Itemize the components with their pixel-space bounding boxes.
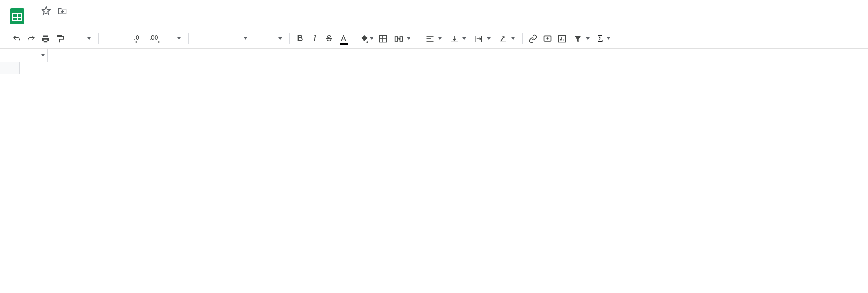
- chevron-down-icon: [462, 37, 466, 40]
- insert-chart-button[interactable]: [555, 32, 569, 46]
- strikethrough-button[interactable]: S: [322, 32, 336, 46]
- chevron-down-icon: [87, 37, 91, 40]
- toolbar-separator: [71, 33, 71, 44]
- currency-button[interactable]: [102, 32, 116, 46]
- toolbar-separator: [418, 33, 418, 44]
- chevron-down-icon: [487, 37, 491, 40]
- chevron-down-icon: [438, 37, 442, 40]
- chevron-down-icon: [41, 54, 45, 56]
- move-to-folder-icon[interactable]: [57, 5, 68, 16]
- sheets-logo-icon[interactable]: [8, 7, 26, 25]
- print-button[interactable]: [39, 32, 52, 46]
- chevron-down-icon: [586, 37, 590, 40]
- app-header: [0, 0, 868, 29]
- document-title[interactable]: [30, 10, 35, 12]
- merge-cells-dropdown[interactable]: [391, 34, 414, 43]
- title-row: [30, 5, 68, 16]
- decrease-decimal-button[interactable]: .0: [131, 32, 146, 46]
- percent-button[interactable]: [117, 32, 130, 46]
- chevron-down-icon: [407, 37, 410, 40]
- increase-decimal-button[interactable]: .00: [146, 32, 164, 46]
- italic-button[interactable]: I: [308, 32, 321, 46]
- svg-text:.0: .0: [134, 34, 139, 41]
- redo-button[interactable]: [24, 32, 38, 46]
- toolbar-separator: [255, 33, 255, 44]
- fill-color-button[interactable]: [358, 32, 375, 46]
- borders-button[interactable]: [376, 32, 390, 46]
- toolbar-separator: [522, 33, 523, 44]
- svg-rect-10: [395, 37, 398, 41]
- text-wrap-dropdown[interactable]: [471, 34, 494, 43]
- toolbar-separator: [289, 33, 290, 44]
- column-headers: [0, 62, 868, 74]
- text-color-button[interactable]: A: [337, 32, 350, 46]
- toolbar-separator: [188, 33, 189, 44]
- text-rotation-dropdown[interactable]: [495, 34, 519, 43]
- svg-marker-4: [42, 7, 50, 14]
- chevron-down-icon: [278, 37, 282, 40]
- undo-button[interactable]: [10, 32, 24, 46]
- bold-button[interactable]: B: [293, 32, 307, 46]
- svg-text:.00: .00: [149, 34, 158, 41]
- chevron-down-icon: [244, 37, 247, 40]
- name-box[interactable]: [0, 49, 48, 62]
- spreadsheet-grid[interactable]: [0, 62, 868, 74]
- toolbar-separator: [354, 33, 354, 44]
- star-icon[interactable]: [41, 5, 52, 16]
- insert-link-button[interactable]: [526, 32, 540, 46]
- toolbar: .0 .00 B I S A Σ: [0, 29, 868, 49]
- formula-input[interactable]: [61, 49, 868, 62]
- select-all-corner[interactable]: [0, 62, 20, 74]
- insert-comment-button[interactable]: [541, 32, 554, 46]
- font-size-dropdown[interactable]: [259, 37, 286, 40]
- chevron-down-icon: [370, 37, 373, 40]
- functions-dropdown[interactable]: Σ: [594, 33, 614, 44]
- chevron-down-icon: [607, 37, 610, 40]
- toolbar-separator: [98, 33, 99, 44]
- font-family-dropdown[interactable]: [192, 37, 251, 40]
- horizontal-align-dropdown[interactable]: [422, 34, 445, 43]
- title-area: [30, 4, 68, 18]
- vertical-align-dropdown[interactable]: [446, 34, 470, 43]
- paint-format-button[interactable]: [53, 32, 67, 46]
- number-format-dropdown[interactable]: [165, 37, 184, 40]
- chevron-down-icon: [177, 37, 181, 40]
- formula-bar: [0, 49, 868, 62]
- chevron-down-icon: [511, 37, 515, 40]
- filter-dropdown[interactable]: [570, 34, 593, 43]
- zoom-dropdown[interactable]: [75, 37, 94, 40]
